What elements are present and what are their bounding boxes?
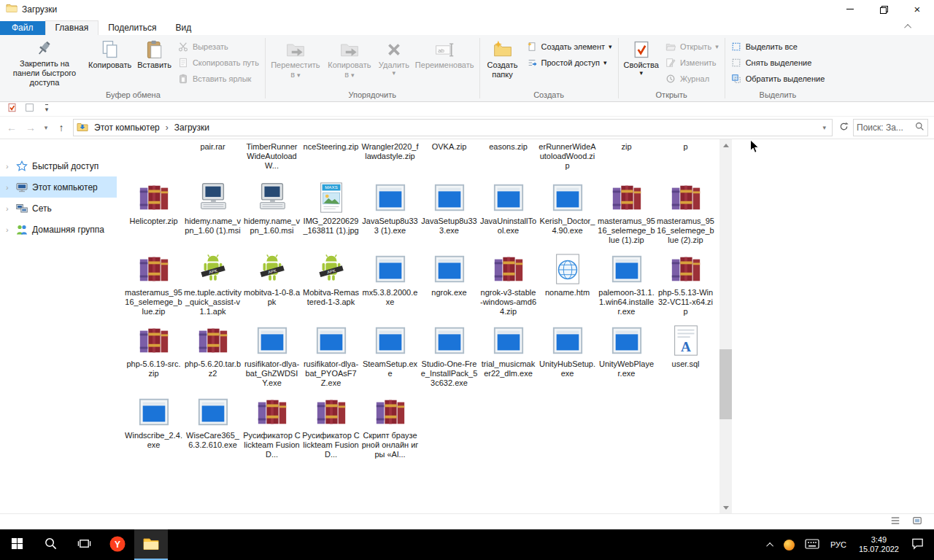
invert-selection-button[interactable]: Обратить выделение [727,71,829,87]
file-item[interactable]: palemoon-31.1.1.win64.installer.exe [597,252,656,316]
sidebar-item[interactable]: ›Этот компьютер [0,176,117,198]
file-item[interactable]: Kerish_Doctor_4.90.exe [538,180,597,245]
file-item[interactable]: php-5.6.19-src.zip [124,323,183,388]
scrollbar-thumb[interactable] [719,349,732,419]
file-item[interactable]: Studio-One-Free_InstallPack_53c632.exe [420,323,479,388]
refresh-button[interactable] [835,119,852,136]
file-item[interactable]: Русификатор Clickteam Fusion D... [301,394,360,459]
up-button[interactable]: ↑ [53,119,70,136]
select-all-button[interactable]: Выделить все [727,39,829,55]
sidebar-item[interactable]: ›Сеть [0,198,117,219]
scroll-up-button[interactable] [719,139,732,151]
file-item-partial[interactable]: easons.zip [479,141,538,174]
file-item[interactable]: SteamSetup.exe [360,323,420,388]
file-item[interactable]: Скрипт браузерной онлайн игры «Al... [360,394,420,459]
file-item[interactable]: noname.htm [538,252,597,316]
file-item[interactable]: masteramus_9516_selemege_blue (2).zip [656,180,715,245]
copy-button[interactable]: Копировать [85,37,134,87]
file-item[interactable]: ngrok.exe [420,252,479,316]
tab-view[interactable]: Вид [166,21,201,35]
file-item-partial[interactable]: pair.rar [183,141,242,174]
search-input[interactable] [857,122,915,133]
scroll-down-button[interactable] [719,502,732,513]
recent-locations-button[interactable]: ▾ [41,119,51,136]
tab-file[interactable]: Файл [0,21,45,35]
forward-button[interactable]: → [22,119,39,136]
tab-share[interactable]: Поделиться [99,21,166,35]
file-item[interactable]: hidemy.name_vpn_1.60 (1).msi [183,180,242,245]
breadcrumb-this-pc[interactable]: Этот компьютер [91,121,163,134]
close-button[interactable]: × [900,0,934,19]
open-button[interactable]: Открыть ▾ [662,39,722,55]
restore-button[interactable] [867,0,900,19]
file-item[interactable]: MAXSIMG_20220629_163811 (1).jpg [301,180,360,245]
move-to-button[interactable]: Переместить в ▾ [268,37,323,87]
file-item[interactable]: rusifikator-dlya-bat_PYOAsF7Z.exe [301,323,360,388]
action-center-button[interactable] [906,529,930,560]
file-item[interactable]: mx5.3.8.2000.exe [360,252,420,316]
search-icon[interactable] [915,122,925,133]
tab-home[interactable]: Главная [45,20,99,35]
properties-button[interactable]: Свойства ▾ [621,37,662,87]
file-item[interactable]: APKMobitva-Remastered-1-3.apk [301,252,360,316]
file-item[interactable]: masteramus_9516_selemege_blue (1).zip [597,180,656,245]
select-none-button[interactable]: Снять выделение [727,55,829,71]
file-item[interactable]: ngrok-v3-stable-windows-amd64.zip [479,252,538,316]
tray-app-icon[interactable] [779,529,800,560]
taskbar-search-button[interactable] [34,529,67,560]
file-item[interactable]: UnityWebPlayer.exe [597,323,656,388]
file-item[interactable]: rusifikator-dlya-bat_GhZWDSIY.exe [242,323,301,388]
file-item[interactable]: APKmobitva-1-0-8.apk [242,252,301,316]
file-item-partial[interactable] [124,141,183,174]
minimize-button[interactable] [833,0,867,19]
hidden-icons-button[interactable] [763,529,779,560]
file-item[interactable]: php-5.5.13-Win32-VC11-x64.zip [656,252,715,316]
touch-keyboard-button[interactable] [800,529,825,560]
file-item[interactable]: JavaUninstallTool.exe [479,180,538,245]
new-item-button[interactable]: Создать элемент ▾ [523,39,616,55]
delete-button[interactable]: Удалить ▾ [376,37,412,87]
rename-button[interactable]: ab Переименовать [412,37,477,87]
large-icons-view-button[interactable] [911,516,924,529]
file-item-partial[interactable]: p [656,141,715,174]
file-item[interactable]: Auser.sql [656,323,715,388]
easy-access-button[interactable]: Простой доступ ▾ [523,55,616,71]
expander-chevron-icon[interactable]: › [6,183,12,192]
sidebar-item[interactable]: ›Домашняя группа [0,219,117,240]
file-item[interactable]: hidemy.name_vpn_1.60.msi [242,180,301,245]
file-item-partial[interactable]: nceSteering.zip [301,141,360,174]
file-item[interactable]: Русификатор Clickteam Fusion D... [242,394,301,459]
address-dropdown-button[interactable]: ▾ [819,124,829,131]
details-view-button[interactable] [889,516,902,529]
file-item-partial[interactable]: TimberRunnerWideAutoloadW... [242,141,301,174]
new-folder-button[interactable]: Создать папку [482,37,523,87]
file-explorer-button[interactable] [134,529,168,560]
copy-to-button[interactable]: Копировать в ▾ [323,37,376,87]
file-item[interactable]: Windscribe_2.4.exe [124,394,183,459]
search-box[interactable] [853,119,928,136]
file-item-partial[interactable]: OVKA.zip [420,141,479,174]
breadcrumb-downloads[interactable]: Загрузки [171,121,212,134]
address-field[interactable]: Этот компьютер › Загрузки ▾ [73,119,833,136]
paste-shortcut-button[interactable]: Вставить ярлык [174,71,263,87]
qat-customize-button[interactable]: ▾ [40,102,53,115]
file-item[interactable]: Helicopter.zip [124,180,183,245]
file-item-partial[interactable]: Wrangler2020_flawdastyle.zip [360,141,420,174]
task-view-button[interactable] [67,529,101,560]
language-indicator[interactable]: РУС [825,529,852,560]
yandex-browser-button[interactable]: Y [101,529,134,560]
start-button[interactable] [0,529,34,560]
vertical-scrollbar[interactable] [719,139,732,513]
paste-button[interactable]: Вставить [134,37,174,87]
file-item[interactable]: UnityHubSetup.exe [538,323,597,388]
history-button[interactable]: Журнал [662,71,722,87]
file-item-partial[interactable]: zip [597,141,656,174]
qat-item-button[interactable] [23,102,36,115]
file-item[interactable]: JavaSetup8u333.exe [420,180,479,245]
sidebar-item[interactable]: ›Быстрый доступ [0,155,117,176]
file-item[interactable]: trial_musicmaker22_dlm.exe [479,323,538,388]
file-item[interactable]: APKme.tuple.activity_quick_assist-v1.1.a… [183,252,242,316]
file-item-partial[interactable]: erRunnerWideAutoloadWood.zip [538,141,597,174]
collapse-ribbon-button[interactable] [902,21,915,33]
file-item[interactable]: php-5.6.20.tar.bz2 [183,323,242,388]
